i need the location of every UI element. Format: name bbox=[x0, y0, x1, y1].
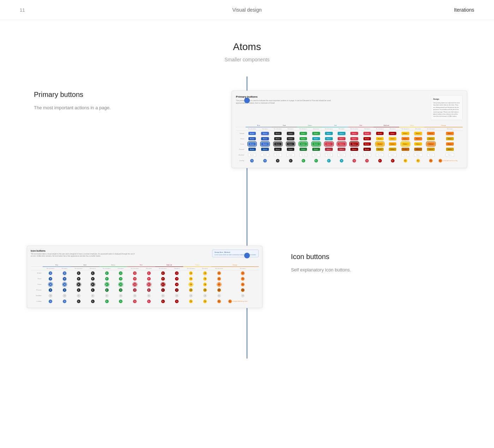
btn-darkred-disabled: No txt bbox=[376, 153, 384, 157]
ib-elev-orange: Elevation bbox=[227, 266, 259, 270]
ib-blue-hover: ✦ bbox=[49, 277, 52, 281]
col-group-blue: Blue bbox=[246, 124, 272, 127]
btn-darkred-disabled-e: Button bbox=[388, 153, 397, 157]
ib-yellow-disabled: ✦ bbox=[189, 294, 193, 297]
icon-buttons-description: Self explanatory icon buttons. bbox=[291, 266, 460, 274]
ib-no-elev-red: No elevation bbox=[127, 266, 143, 270]
btn-darkred-default-elev: Button bbox=[389, 132, 397, 135]
col-elev-darkred: Elevation bbox=[386, 127, 399, 130]
btn-cell: Button bbox=[284, 130, 297, 136]
btn-yellow-focus: Button bbox=[402, 142, 409, 146]
btn-green-default: Button bbox=[300, 132, 307, 135]
ib-red-hover: ✦ bbox=[133, 277, 137, 281]
ib-darkred-pressed: ✦ bbox=[161, 288, 165, 292]
ib-blue-focus: ✦ bbox=[49, 283, 52, 286]
ib-orange-pressed-e: ✦ bbox=[241, 288, 245, 292]
ib-darkred-loading-e: ↻ bbox=[175, 300, 179, 303]
btn-orange-pressed: Button bbox=[402, 148, 409, 151]
btn-dark-pressed-e: Button bbox=[287, 148, 295, 151]
ib-yellow-pressed-e: ✦ bbox=[203, 288, 207, 292]
ib-orange-focus-e: ✦ bbox=[241, 283, 245, 286]
icon-buttons-text: Icon buttons Self explanatory icon butto… bbox=[270, 246, 474, 274]
icon-buttons-table: Blue Dark Green Red Dark red Yellow Oran… bbox=[31, 263, 259, 304]
ib-col-yellow: Yellow bbox=[183, 263, 211, 267]
primary-buttons-text: Primary buttons The most important actio… bbox=[20, 91, 224, 112]
pb-mockup-desc: The primary button is used to indicate t… bbox=[236, 99, 335, 104]
ib-dark-disabled-e: ✦ bbox=[91, 294, 95, 297]
ib-yellow-loading-e: ↻ bbox=[203, 300, 207, 303]
ib-green-pressed: ✦ bbox=[105, 288, 109, 292]
ib-blue-default: ✦ bbox=[49, 271, 52, 275]
ib-dark-disabled: ✦ bbox=[77, 294, 80, 297]
btn-cell: Button bbox=[272, 130, 284, 136]
ib-red-loading-e: ↻ bbox=[147, 300, 151, 303]
ib-green-loading: ↻ bbox=[105, 300, 109, 303]
btn-teal-default-elev: Button bbox=[338, 132, 345, 135]
page-number: 11 bbox=[20, 7, 25, 13]
btn-teal-hover2: Button bbox=[325, 137, 333, 140]
btn-blue-hover-e: Button bbox=[261, 137, 269, 140]
btn-cell: Button bbox=[323, 130, 335, 136]
ib-sidebar: Design (Icon - Medium) Lorem ipsum dolor… bbox=[212, 250, 259, 257]
btn-blue-default-elev: Button bbox=[261, 132, 269, 135]
btn-teal-disabled: No txt bbox=[325, 153, 333, 157]
icon-buttons-preview: Icon buttons The icon button takes a vis… bbox=[20, 246, 270, 308]
ib-darkred-focus: ✦ bbox=[161, 283, 165, 286]
btn-green-hover: Button bbox=[300, 137, 307, 140]
btn-red-loading: ↻ bbox=[353, 159, 356, 162]
col-no-elev-dark: No elevation bbox=[272, 127, 284, 130]
table-row: Hover ✦ ✦ ✦ ✦ ✦ ✦ ✦ ✦ ✦ bbox=[31, 276, 259, 282]
btn-yellow-loading-e: ↻ bbox=[416, 159, 420, 162]
col-no-elev-yellow: No elevation bbox=[399, 127, 411, 130]
header-title: Visual design bbox=[232, 7, 261, 13]
col-no-elev-red: No elevation bbox=[348, 127, 361, 130]
ib-row-pressed: Pressed bbox=[31, 287, 43, 293]
btn-yellow-disabled-e: Button bbox=[414, 153, 422, 157]
ib-dark-pressed-e: ✦ bbox=[91, 288, 95, 292]
ib-dark-focus: ✦ bbox=[77, 283, 80, 286]
icon-buttons-mockup: Icon buttons The icon button takes a vis… bbox=[27, 246, 263, 308]
col-no-elev-green: No elevation bbox=[297, 127, 309, 130]
table-row: Loading ↻ ↻ ↻ ↻ ↻ ↻ ↻ ↻ ↻ bbox=[236, 158, 463, 164]
col-no-elev-orange: No elevation bbox=[424, 127, 437, 130]
ib-no-elev-dark: No elevation bbox=[71, 266, 86, 270]
btn-darkred-pressed-e: Button bbox=[363, 148, 371, 151]
btn-yellow-pressed2-e: Button bbox=[446, 148, 454, 151]
btn-red-pressed-e: Button bbox=[338, 148, 345, 151]
ib-dark-loading: ↻ bbox=[77, 300, 80, 303]
atoms-subtitle: Smaller components bbox=[20, 57, 474, 62]
row-label-focus: Focus bbox=[236, 141, 246, 147]
ib-row-hover: Hover bbox=[31, 276, 43, 282]
ib-orange-focus: ✦ bbox=[217, 283, 221, 286]
ib-yellow-hover: ✦ bbox=[189, 277, 193, 281]
primary-buttons-preview: Primary buttons The primary button is us… bbox=[224, 91, 474, 168]
btn-orange-disabled-e: Button bbox=[446, 153, 454, 157]
table-row: Default Button Button Button Button Butt… bbox=[236, 130, 463, 136]
btn-green-focus: Button bbox=[300, 142, 307, 146]
ib-darkred-pressed-e: ✦ bbox=[175, 288, 179, 292]
ib-green-pressed-e: ✦ bbox=[119, 288, 122, 292]
ib-blue-pressed: ✦ bbox=[49, 288, 52, 292]
btn-cell: Button bbox=[335, 130, 348, 136]
btn-blue-focus-e: Button bbox=[261, 142, 269, 146]
btn-teal-hover: Button bbox=[312, 137, 320, 140]
ib-darkred-loading: ↻ bbox=[161, 300, 165, 303]
ib-orange-disabled: ✦ bbox=[217, 294, 221, 297]
table-row: Disabled Button Button No txt Button No … bbox=[236, 152, 463, 158]
btn-orange-default: Button bbox=[427, 132, 435, 135]
ib-red-pressed: ✦ bbox=[133, 288, 137, 292]
btn-dark-loading-e: ↻ bbox=[289, 159, 293, 162]
col-elev-red: Elevation bbox=[361, 127, 374, 130]
col-subgroup-header-row: No elevation Elevation No elevation Elev… bbox=[236, 127, 463, 130]
ib-darkred-hover-e: ✦ bbox=[175, 277, 179, 281]
btn-dark-default-elev: Button bbox=[287, 132, 295, 135]
ib-elev-blue: Elevation bbox=[58, 266, 71, 270]
ib-blue-focus-e: ✦ bbox=[63, 283, 66, 286]
btn-teal-loading: ↻ bbox=[327, 159, 331, 162]
btn-cell: Button bbox=[361, 130, 374, 136]
btn-yellow-hover: Button bbox=[376, 137, 384, 140]
ib-green-focus: ✦ bbox=[105, 283, 109, 286]
table-row: Disabled ✦ ✦ ✦ ✦ ✦ ✦ ✦ ✦ ✦ bbox=[31, 293, 259, 299]
ib-darkred-focus-e: ✦ bbox=[175, 283, 179, 286]
ib-yellow-disabled-e: ✦ bbox=[203, 294, 207, 297]
